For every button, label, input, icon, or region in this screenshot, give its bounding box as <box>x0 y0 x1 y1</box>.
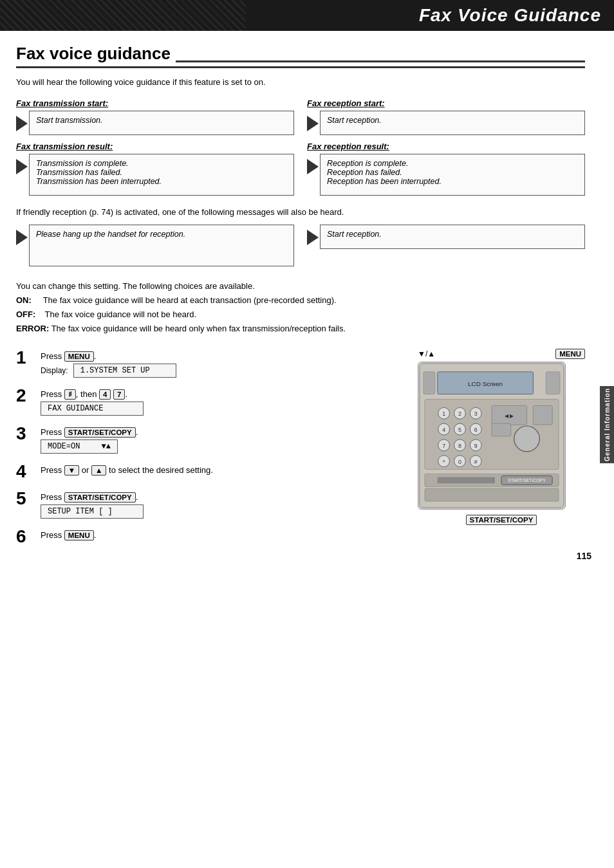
svg-text:#: # <box>474 459 478 465</box>
step-1-menu-key: MENU <box>64 351 94 362</box>
step-2-display-box: FAX GUIDANCE <box>41 402 144 416</box>
page-title: Fax voice guidance <box>16 44 585 68</box>
rx-start-label: Fax reception start: <box>307 98 585 108</box>
friendly-grid: Please hang up the handset for reception… <box>16 225 585 266</box>
setting-off-text: The fax voice guidance will not be heard… <box>38 309 196 319</box>
settings-off: OFF: The fax voice guidance will not be … <box>16 308 585 322</box>
friendly-right: Start reception. <box>307 225 585 266</box>
steps-list: 1 Press MENU. Display: 1.SYSTEM SET UP 2… <box>16 349 405 555</box>
svg-text:8: 8 <box>458 443 461 449</box>
tx-result-section: Fax transmission result: Transmission is… <box>16 142 294 196</box>
svg-rect-21 <box>492 424 511 437</box>
header-title: Fax Voice Guidance <box>419 5 601 25</box>
settings-block: You can change this setting. The followi… <box>16 279 585 336</box>
settings-error: ERROR: The fax voice guidance will be he… <box>16 322 585 336</box>
step-2-press: Press <box>41 389 64 399</box>
step-1-display-row: Display: 1.SYSTEM SET UP <box>41 364 405 378</box>
svg-point-28 <box>514 427 540 452</box>
steps-area: 1 Press MENU. Display: 1.SYSTEM SET UP 2… <box>16 349 585 555</box>
rx-start-section: Fax reception start: Start reception. <box>307 98 585 135</box>
up-down-label: ▼/▲ <box>418 349 435 358</box>
step-2: 2 Press ♯, then 4 7. FAX GUIDANCE <box>16 387 405 416</box>
setting-off-key: OFF: <box>16 309 35 319</box>
step-3-number: 3 <box>16 425 37 443</box>
tx-start-wrapper: Start transmission. <box>16 111 294 135</box>
svg-text:3: 3 <box>474 411 478 418</box>
tx-result-wrapper: Transmission is complete. Transmission h… <box>16 154 294 196</box>
rx-result-label: Fax reception result: <box>307 142 585 151</box>
page-number: 115 <box>577 551 591 561</box>
step-6-press: Press <box>41 530 64 540</box>
tx-result-box: Transmission is complete. Transmission h… <box>29 154 294 196</box>
rx-result-box: Reception is complete. Reception has fai… <box>320 154 585 196</box>
step-6-number: 6 <box>16 528 37 546</box>
step-5: 5 Press START/SET/COPY. SETUP ITEM [ ] <box>16 490 405 519</box>
step-4: 4 Press ▼ or ▲ to select the desired set… <box>16 463 405 481</box>
device-area: ▼/▲ MENU LCD Screen 1 2 <box>418 349 585 555</box>
svg-text:5: 5 <box>458 427 461 433</box>
svg-text:◀ ▶: ◀ ▶ <box>505 414 514 420</box>
step-5-display-row: SETUP ITEM [ ] <box>41 504 405 519</box>
step-3-display-box: MODE=ON ▼▲ <box>41 439 118 454</box>
step-2-number: 2 <box>16 387 37 405</box>
step-3-start-key: START/SET/COPY <box>64 427 136 438</box>
rx-start-arrow <box>307 116 319 131</box>
friendly-right-box: Start reception. <box>320 225 585 249</box>
step-1-display-box: 1.SYSTEM SET UP <box>73 364 176 378</box>
menu-label: MENU <box>555 349 585 359</box>
page-content: Fax voice guidance You will hear the fol… <box>0 31 614 568</box>
step-5-press: Press <box>41 492 64 502</box>
svg-text:9: 9 <box>474 443 478 449</box>
step-3-press: Press <box>41 427 64 437</box>
step-3-display-row: MODE=ON ▼▲ <box>41 439 405 454</box>
setting-on-key: ON: <box>16 295 32 305</box>
step-1-display-label: Display: <box>41 366 68 375</box>
svg-text:1: 1 <box>442 411 445 418</box>
general-info-sidebar: General Information <box>600 386 614 463</box>
step-6-menu-key: MENU <box>64 530 94 540</box>
svg-text:2: 2 <box>458 411 461 418</box>
step-1-content: Press MENU. Display: 1.SYSTEM SET UP <box>41 349 405 378</box>
step-3: 3 Press START/SET/COPY. MODE=ON ▼▲ <box>16 425 405 454</box>
friendly-text: If friendly reception (p. 74) is activat… <box>16 207 585 217</box>
rx-result-arrow <box>307 159 319 174</box>
step-5-number: 5 <box>16 490 37 508</box>
fax-device-svg: LCD Screen 1 2 3 ◀ ▶ <box>418 362 566 510</box>
friendly-right-arrow <box>307 230 319 245</box>
step-2-7-key: 7 <box>113 389 125 400</box>
device-top-labels: ▼/▲ MENU <box>418 349 585 359</box>
tx-result-arrow <box>16 159 28 174</box>
step-5-start-key: START/SET/COPY <box>64 492 136 503</box>
step-6: 6 Press MENU. <box>16 528 405 546</box>
settings-on: ON: The fax voice guidance will be heard… <box>16 293 585 308</box>
tx-start-arrow <box>16 116 28 131</box>
svg-rect-36 <box>438 477 495 484</box>
rx-start-box: Start reception. <box>320 111 585 135</box>
svg-rect-4 <box>546 372 560 394</box>
step-2-4-key: 4 <box>99 389 111 400</box>
step-4-content: Press ▼ or ▲ to select the desired setti… <box>41 463 405 475</box>
page-header: Fax Voice Guidance <box>0 0 614 31</box>
svg-text:LCD Screen: LCD Screen <box>468 380 503 387</box>
svg-rect-39 <box>425 489 559 502</box>
step-4-down-key: ▼ <box>64 465 79 476</box>
rx-result-section: Fax reception result: Reception is compl… <box>307 142 585 196</box>
tx-start-box: Start transmission. <box>29 111 294 135</box>
setting-error-text: The fax voice guidance will be heard onl… <box>51 324 346 333</box>
start-set-copy-label: START/SET/COPY <box>418 516 585 524</box>
tx-result-label: Fax transmission result: <box>16 142 294 151</box>
step-1: 1 Press MENU. Display: 1.SYSTEM SET UP <box>16 349 405 378</box>
step-2-display-row: FAX GUIDANCE <box>41 402 405 416</box>
setting-on-text: The fax voice guidance will be heard at … <box>33 295 336 305</box>
svg-text:6: 6 <box>474 427 478 433</box>
guidance-grid: Fax transmission start: Start transmissi… <box>16 98 585 196</box>
setting-error-key: ERROR: <box>16 324 49 333</box>
step-4-text: Press ▼ or ▲ to select the desired setti… <box>41 465 213 475</box>
step-1-number: 1 <box>16 349 37 367</box>
general-info-label: General Information <box>604 388 611 461</box>
step-4-up-key: ▲ <box>91 465 106 476</box>
step-4-number: 4 <box>16 463 37 481</box>
rx-result-wrapper: Reception is complete. Reception has fai… <box>307 154 585 196</box>
step-5-content: Press START/SET/COPY. SETUP ITEM [ ] <box>41 490 405 519</box>
friendly-right-wrapper: Start reception. <box>307 225 585 249</box>
